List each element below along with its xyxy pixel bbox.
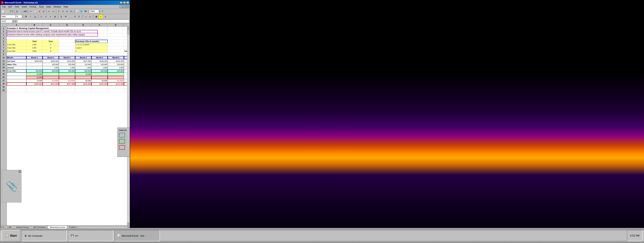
- redo-button[interactable]: ↪: [52, 10, 55, 13]
- inner-minimize-button[interactable]: _: [120, 6, 122, 8]
- cell-I1[interactable]: [122, 27, 127, 30]
- vertical-scrollbar[interactable]: ▲ ▼: [127, 27, 130, 225]
- menu-help[interactable]: Help: [62, 5, 69, 8]
- cell-H17[interactable]: 60,000: [124, 79, 127, 82]
- cell-B4[interactable]: [26, 37, 42, 40]
- cell-H9[interactable]: [124, 53, 127, 56]
- cell-C10[interactable]: Month 2: [42, 56, 59, 59]
- cell-E18[interactable]: $158,400: [75, 82, 92, 86]
- cell-F10[interactable]: Month 5: [92, 56, 108, 59]
- cell-F15[interactable]: [92, 73, 108, 76]
- cell-H10[interactable]: End: [124, 56, 127, 59]
- borders-button[interactable]: ▦: [94, 15, 98, 19]
- cell-E7[interactable]: 1 and 4: [75, 46, 108, 50]
- cell-H20[interactable]: [124, 89, 127, 92]
- cell-F11[interactable]: $158,400: [92, 60, 108, 63]
- col-header-H[interactable]: H: [124, 24, 130, 27]
- cell-D18[interactable]: $237,000: [59, 82, 75, 86]
- cell-A5[interactable]: [7, 40, 26, 43]
- cell-B16[interactable]: 10,000: [26, 76, 42, 79]
- sort-asc-button[interactable]: A↑: [66, 10, 69, 13]
- cell-E8[interactable]: 1: [75, 50, 108, 53]
- cell-C15[interactable]: [42, 73, 59, 76]
- cell-D19[interactable]: [59, 86, 75, 89]
- start-button[interactable]: 🪟 Start: [2, 230, 20, 241]
- maximize-button[interactable]: □: [123, 2, 126, 4]
- cell-D4[interactable]: [59, 37, 75, 40]
- close-button[interactable]: ✕: [126, 2, 129, 4]
- cell-F20[interactable]: [92, 89, 108, 92]
- save-button[interactable]: 💾: [10, 10, 13, 13]
- cell-E6[interactable]: 1, 2, 3, 4, 5 and 6: [75, 43, 108, 46]
- cell-C9[interactable]: [42, 53, 59, 56]
- cell-B5[interactable]: Yield: [26, 40, 42, 43]
- cell-E11[interactable]: $237,000: [75, 60, 92, 63]
- cell-I3[interactable]: [122, 33, 127, 37]
- cell-E15[interactable]: 10,000: [75, 73, 92, 76]
- cell-C6[interactable]: 1: [42, 43, 59, 46]
- cell-D15[interactable]: [59, 73, 75, 76]
- cell-B14[interactable]: 100,000: [26, 69, 42, 73]
- cell-A9[interactable]: [7, 53, 26, 56]
- sort-desc-button[interactable]: Z↓: [70, 10, 74, 13]
- decrease-indent-button[interactable]: ◁: [84, 15, 88, 19]
- title-controls[interactable]: _ □ ✕: [120, 2, 129, 4]
- cell-A6[interactable]: 1-mo CDs:: [7, 43, 26, 46]
- col-header-B[interactable]: B: [26, 24, 42, 27]
- cell-E10[interactable]: Month 4: [75, 56, 92, 59]
- clippy-close-button[interactable]: ✕: [19, 170, 21, 173]
- cell-H13[interactable]: 2,300: [124, 66, 127, 69]
- cell-A7[interactable]: 3-mo CDs:: [7, 46, 26, 50]
- help-button[interactable]: ?: [100, 10, 104, 13]
- cell-H3[interactable]: [108, 33, 122, 37]
- cell-F4[interactable]: [92, 37, 108, 40]
- cell-A18[interactable]: [7, 82, 26, 86]
- cell-E16[interactable]: [75, 76, 92, 79]
- cell-H7[interactable]: [124, 46, 127, 50]
- cell-G5[interactable]: [108, 40, 124, 43]
- col-header-A[interactable]: A: [7, 24, 26, 27]
- cell-G13[interactable]: 1,000: [108, 66, 124, 69]
- cut-button[interactable]: ✂: [29, 10, 33, 13]
- col-header-C[interactable]: C: [42, 24, 59, 27]
- cell-G20[interactable]: [108, 89, 124, 92]
- percent-button[interactable]: %: [64, 15, 68, 19]
- cell-G14[interactable]: 100,000: [108, 69, 124, 73]
- cell-H5[interactable]: Interest: [124, 40, 127, 43]
- cell-A16[interactable]: [7, 76, 26, 79]
- formula-input[interactable]: [17, 20, 129, 23]
- cell-B13[interactable]: [26, 66, 42, 69]
- cell-A12[interactable]: Matur CDs:: [7, 63, 26, 66]
- cell-I2[interactable]: [122, 30, 127, 33]
- cell-H11[interactable]: $125,400: [124, 60, 127, 63]
- menu-edit[interactable]: Edit: [7, 5, 13, 8]
- cell-D5[interactable]: [59, 40, 75, 43]
- undo-button[interactable]: ↩: [47, 10, 51, 13]
- cell-C17[interactable]: (10,000): [42, 79, 59, 82]
- cell-G12[interactable]: 100,000: [108, 63, 124, 66]
- cell-G10[interactable]: Month 6: [108, 56, 124, 59]
- cell-C16[interactable]: [42, 76, 59, 79]
- cell-B15[interactable]: 10,000: [26, 73, 42, 76]
- cell-H19[interactable]: [124, 86, 127, 89]
- cell-C20[interactable]: [42, 89, 59, 92]
- cell-D13[interactable]: 1,000: [59, 66, 75, 69]
- align-center-button[interactable]: ≡: [44, 15, 48, 19]
- cell-C5[interactable]: Term: [42, 40, 59, 43]
- chart-button[interactable]: 📊: [75, 10, 79, 13]
- cell-H16[interactable]: [124, 76, 127, 79]
- cell-H18[interactable]: $187,700: [124, 82, 127, 86]
- increase-indent-button[interactable]: ▷: [88, 15, 92, 19]
- cell-H1[interactable]: [108, 27, 122, 30]
- col-header-G[interactable]: G: [108, 24, 124, 27]
- open-button[interactable]: 📂: [5, 10, 9, 13]
- cell-A14[interactable]: 1-mo CDs:: [7, 69, 26, 73]
- font-color-button[interactable]: A: [104, 15, 107, 19]
- align-left-button[interactable]: ≡: [39, 15, 43, 19]
- cell-A11[interactable]: Init Cash:: [7, 60, 26, 63]
- cell-G3[interactable]: [98, 33, 108, 37]
- cell-C4[interactable]: [42, 37, 59, 40]
- col-header-D[interactable]: D: [59, 24, 75, 27]
- cell-C12[interactable]: 100,000: [42, 63, 59, 66]
- cell-H2[interactable]: [108, 30, 122, 33]
